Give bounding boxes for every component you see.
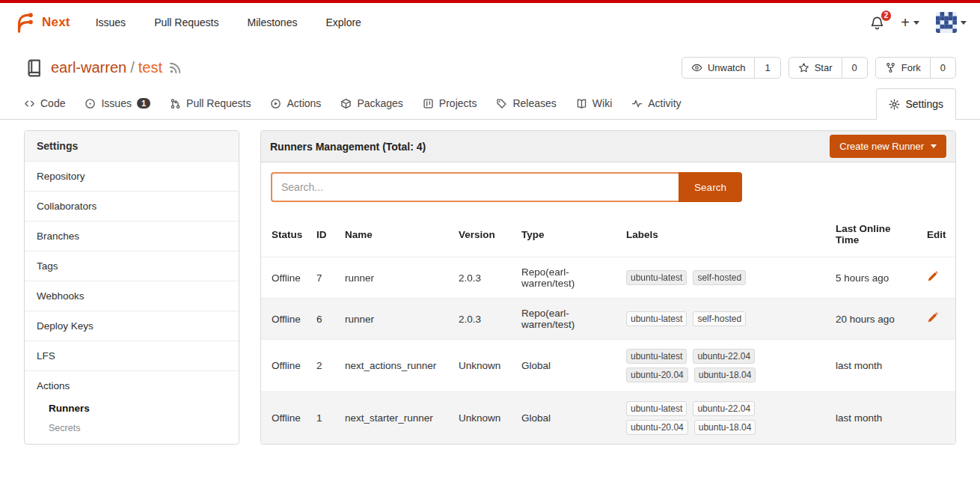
runner-status: Offline — [261, 257, 310, 299]
runner-id: 2 — [310, 340, 339, 392]
runner-label-badge: ubuntu-20.04 — [626, 420, 688, 435]
runner-type: Repo(earl-warren/test) — [515, 257, 620, 299]
search-button[interactable]: Search — [679, 172, 742, 202]
sidebar-item-repository[interactable]: Repository — [25, 161, 239, 191]
create-menu-button[interactable]: + — [901, 15, 919, 30]
sidebar-actions-submenu: Runners Secrets — [37, 398, 227, 438]
tab-actions[interactable]: Actions — [270, 88, 321, 119]
sidebar-item-secrets[interactable]: Secrets — [37, 418, 227, 438]
runner-label-badge: ubuntu-latest — [626, 270, 687, 285]
runner-name: runner — [339, 257, 453, 299]
runner-search-input[interactable] — [271, 172, 679, 202]
tab-releases[interactable]: Releases — [496, 88, 556, 119]
user-menu-button[interactable] — [936, 12, 967, 33]
edit-pencil-icon — [927, 271, 938, 282]
tab-label: Activity — [648, 97, 681, 109]
tab-projects[interactable]: Projects — [423, 88, 477, 119]
runner-status: Offline — [261, 340, 310, 392]
rss-feed-button[interactable] — [169, 61, 182, 74]
runner-label-badge: ubuntu-latest — [626, 311, 687, 326]
edit-runner-button[interactable] — [927, 271, 938, 282]
runner-last-online: last month — [830, 340, 921, 392]
runner-version: Unknown — [453, 340, 515, 392]
unwatch-button[interactable]: Unwatch — [682, 58, 756, 78]
settings-sidebar: Settings Repository Collaborators Branch… — [24, 130, 239, 445]
panel-header: Runners Management (Total: 4) Create new… — [261, 131, 955, 162]
rss-icon — [169, 61, 182, 74]
sidebar-item-lfs[interactable]: LFS — [25, 341, 239, 370]
fork-button-group: Fork 0 — [875, 57, 956, 79]
runner-version: 2.0.3 — [453, 299, 515, 340]
runner-last-online: 20 hours ago — [830, 299, 921, 340]
tab-settings[interactable]: Settings — [876, 88, 956, 120]
repo-name-link[interactable]: test — [138, 59, 162, 76]
watch-button-group: Unwatch 1 — [682, 57, 781, 79]
runner-row: Offline1next_starter_runnerUnknownGlobal… — [261, 392, 955, 445]
tab-label: Settings — [905, 98, 943, 110]
stars-count[interactable]: 0 — [842, 58, 867, 78]
packages-icon — [340, 98, 352, 109]
nav-link-milestones[interactable]: Milestones — [248, 16, 298, 28]
sidebar-item-runners[interactable]: Runners — [37, 398, 227, 418]
navbar-right: 2 + — [870, 12, 967, 33]
sidebar-item-tags[interactable]: Tags — [25, 251, 239, 281]
runner-label-badge: ubuntu-18.04 — [694, 420, 756, 435]
repo-breadcrumb: earl-warren / test — [51, 59, 162, 76]
nav-link-issues[interactable]: Issues — [96, 16, 126, 28]
runner-id: 1 — [310, 392, 339, 445]
repo-separator: / — [130, 59, 135, 76]
sidebar-item-actions-label[interactable]: Actions — [37, 380, 227, 391]
pull-request-icon — [170, 98, 181, 109]
tab-wiki[interactable]: Wiki — [576, 88, 612, 119]
brand-name: Next — [42, 15, 70, 30]
tab-issues[interactable]: Issues 1 — [85, 88, 150, 119]
wiki-icon — [576, 98, 587, 109]
tab-packages[interactable]: Packages — [340, 88, 402, 119]
tab-label: Projects — [439, 97, 477, 109]
plus-icon: + — [901, 15, 910, 30]
runner-status: Offline — [261, 392, 310, 445]
content-area: Settings Repository Collaborators Branch… — [0, 120, 980, 445]
issue-icon — [85, 98, 96, 109]
eye-icon — [691, 62, 702, 73]
column-header-type: Type — [515, 212, 620, 257]
projects-icon — [423, 98, 434, 109]
runner-row: Offline2next_actions_runnerUnknownGlobal… — [261, 340, 955, 392]
sidebar-item-collaborators[interactable]: Collaborators — [25, 191, 239, 221]
sidebar-item-webhooks[interactable]: Webhooks — [25, 281, 239, 311]
sidebar-item-branches[interactable]: Branches — [25, 221, 239, 251]
runner-id: 6 — [310, 299, 339, 340]
column-header-id: ID — [310, 212, 339, 257]
nav-link-pull-requests[interactable]: Pull Requests — [154, 16, 218, 28]
watchers-count[interactable]: 1 — [755, 58, 780, 78]
runner-row: Offline6runner2.0.3Repo(earl-warren/test… — [261, 299, 955, 340]
column-header-labels: Labels — [620, 212, 830, 257]
runner-status: Offline — [261, 299, 310, 340]
runners-table: StatusIDNameVersionTypeLabelsLast Online… — [261, 212, 955, 444]
edit-runner-button[interactable] — [927, 312, 938, 323]
fork-button[interactable]: Fork — [876, 58, 931, 78]
issues-count-badge: 1 — [137, 98, 150, 109]
repo-owner-link[interactable]: earl-warren — [51, 59, 126, 76]
panel-title: Runners Management (Total: 4) — [270, 141, 426, 153]
runner-edit-cell — [921, 257, 955, 299]
star-button[interactable]: Star — [789, 58, 842, 78]
runner-edit-cell — [921, 299, 955, 340]
runner-last-online: last month — [830, 392, 921, 445]
sidebar-item-deploy-keys[interactable]: Deploy Keys — [25, 311, 239, 341]
tab-activity[interactable]: Activity — [631, 88, 681, 119]
star-icon — [798, 62, 809, 73]
tab-pull-requests[interactable]: Pull Requests — [170, 88, 251, 119]
tab-label: Pull Requests — [186, 97, 251, 109]
tab-code[interactable]: Code — [24, 88, 65, 119]
sidebar-title: Settings — [25, 131, 239, 161]
notifications-button[interactable]: 2 — [870, 16, 884, 30]
create-runner-button[interactable]: Create new Runner — [830, 135, 946, 158]
column-header-edit: Edit — [921, 212, 955, 257]
actions-icon — [270, 98, 281, 109]
forks-count[interactable]: 0 — [931, 58, 955, 78]
home-link[interactable]: Next — [13, 11, 70, 34]
runner-label-badge: ubuntu-latest — [626, 401, 687, 416]
fork-icon — [885, 62, 896, 73]
nav-link-explore[interactable]: Explore — [325, 16, 361, 28]
